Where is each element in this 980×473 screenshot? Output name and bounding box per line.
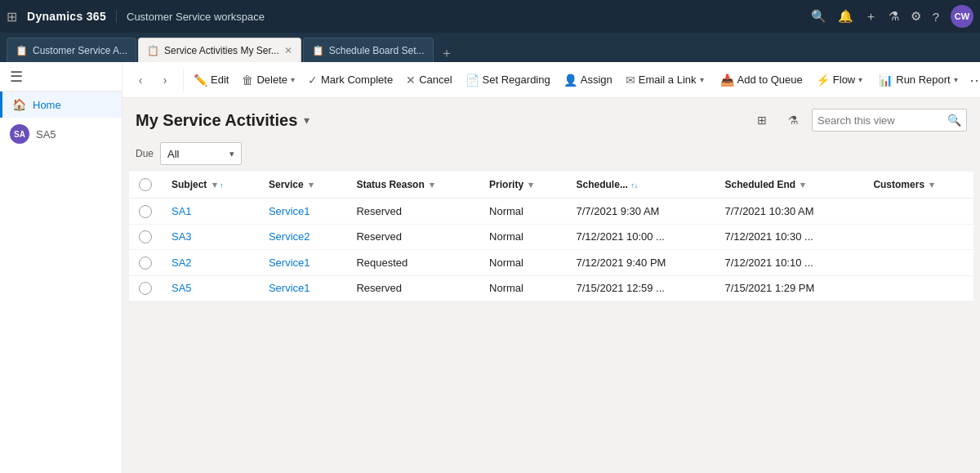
col-status-label: Status Reason [356, 179, 424, 190]
col-scheduled-end[interactable]: Scheduled End ▾ [715, 172, 863, 199]
row-select-cell-2[interactable] [129, 250, 162, 276]
set-regarding-button[interactable]: 📄 Set Regarding [459, 67, 557, 93]
delete-label: Delete [256, 74, 287, 86]
view-header-right: ⊞ ⚗ 🔍 [750, 108, 967, 132]
row-service-link-0[interactable]: Service1 [269, 205, 310, 217]
nav-forward-button[interactable]: › [154, 69, 176, 91]
avatar[interactable]: CW [951, 5, 973, 28]
email-chevron[interactable]: ▾ [700, 75, 704, 84]
row-service-link-2[interactable]: Service1 [269, 257, 310, 269]
row-subject-link-2[interactable]: SA2 [172, 257, 192, 269]
col-priority[interactable]: Priority ▾ [479, 172, 566, 199]
col-subject[interactable]: Subject ▾ ↑ [162, 172, 259, 199]
main-content: ‹ › ✏️ Edit 🗑 Delete ▾ ✓ Mark Complete ✕… [122, 62, 980, 473]
row-subject-link-3[interactable]: SA5 [172, 282, 192, 294]
filter-chevron-icon: ▾ [229, 149, 234, 159]
brand-label: Dynamics 365 [27, 10, 106, 23]
row-radio-3[interactable] [139, 282, 152, 295]
tab-customer-service[interactable]: 📋 Customer Service A... [7, 38, 136, 62]
sidebar-item-home[interactable]: 🏠 Home [0, 91, 122, 118]
filter-bar: Due All ▾ [122, 139, 980, 172]
col-customers[interactable]: Customers ▾ [863, 172, 973, 199]
report-chevron[interactable]: ▾ [954, 75, 958, 84]
chart-view-button[interactable]: ⊞ [750, 108, 774, 132]
delete-chevron[interactable]: ▾ [291, 75, 295, 84]
row-subject-2: SA2 [162, 250, 259, 276]
tab-cs-icon: 📋 [16, 45, 28, 56]
sidebar-avatar: SA [10, 124, 29, 144]
col-service-label: Service [269, 179, 304, 190]
edit-button[interactable]: ✏️ Edit [187, 67, 235, 93]
report-icon: 📊 [879, 74, 893, 87]
due-filter-select[interactable]: All ▾ [160, 142, 242, 165]
search-icon[interactable]: 🔍 [811, 9, 826, 24]
row-radio-1[interactable] [139, 230, 152, 243]
flow-button[interactable]: ⚡ Flow ▾ [809, 67, 869, 93]
row-subject-link-0[interactable]: SA1 [172, 205, 192, 217]
mark-complete-button[interactable]: ✓ Mark Complete [301, 67, 399, 93]
delete-button[interactable]: 🗑 Delete ▾ [235, 67, 301, 93]
nav-buttons: ‹ › [129, 69, 184, 91]
edit-icon: ✏️ [194, 74, 207, 87]
notifications-icon[interactable]: 🔔 [838, 9, 853, 24]
table-row: SA1 Service1 Reserved Normal 7/7/2021 9:… [129, 199, 973, 225]
nav-back-button[interactable]: ‹ [129, 69, 152, 91]
more-button[interactable]: ⋯ [964, 71, 980, 89]
sidebar-toggle[interactable]: ☰ [0, 62, 122, 91]
col-service[interactable]: Service ▾ [259, 172, 346, 199]
email-link-button[interactable]: ✉ Email a Link ▾ [619, 67, 710, 93]
help-icon[interactable]: ? [933, 10, 939, 24]
run-report-button[interactable]: 📊 Run Report ▾ [872, 67, 964, 93]
row-radio-0[interactable] [139, 205, 152, 218]
tab-sa-close-icon[interactable]: ✕ [284, 45, 292, 56]
search-submit-icon[interactable]: 🔍 [947, 114, 961, 127]
row-service-0: Service1 [259, 199, 346, 225]
assign-button[interactable]: 👤 Assign [557, 67, 619, 93]
apps-icon[interactable]: ⊞ [7, 9, 17, 25]
tab-service-activities[interactable]: 📋 Service Activities My Ser... ✕ [138, 38, 301, 62]
row-service-link-1[interactable]: Service2 [269, 230, 310, 243]
row-radio-2[interactable] [139, 257, 152, 270]
flow-chevron[interactable]: ▾ [858, 75, 862, 84]
row-service-link-3[interactable]: Service1 [269, 282, 310, 294]
email-link-label: Email a Link [639, 74, 697, 86]
add-queue-button[interactable]: 📥 Add to Queue [714, 67, 809, 93]
table-row: SA5 Service1 Reserved Normal 7/15/2021 1… [129, 275, 973, 301]
row-sched-start-3: 7/15/2021 12:59 ... [567, 275, 715, 301]
row-select-cell-1[interactable] [129, 224, 162, 250]
view-title-chevron-icon[interactable]: ▾ [304, 114, 310, 127]
priority-sort-icon: ▾ [528, 180, 533, 190]
filter-label: Due [136, 148, 154, 159]
row-service-3: Service1 [259, 275, 346, 301]
row-service-1: Service2 [259, 224, 346, 250]
row-subject-link-1[interactable]: SA3 [172, 230, 192, 243]
sched-sort-arrows: ↑↓ [630, 181, 638, 190]
col-priority-label: Priority [489, 179, 523, 190]
view-title: My Service Activities [136, 111, 297, 130]
search-box[interactable]: 🔍 [812, 109, 967, 132]
filter-view-button[interactable]: ⚗ [781, 108, 805, 132]
sidebar-user[interactable]: SA SA5 [0, 118, 122, 150]
tab-add-icon[interactable]: ＋ [435, 45, 458, 62]
col-sched-start-label: Schedule... [577, 179, 628, 190]
row-select-cell-3[interactable] [129, 275, 162, 301]
cancel-button[interactable]: ✕ Cancel [399, 67, 458, 93]
sidebar-username: SA5 [36, 128, 56, 141]
row-select-cell-0[interactable] [129, 199, 162, 225]
search-input[interactable] [817, 114, 944, 127]
assign-icon: 👤 [564, 74, 577, 87]
top-nav-right: 🔍 🔔 ＋ ⚗ ⚙ ? CW [811, 5, 973, 28]
set-regarding-icon: 📄 [466, 74, 479, 87]
col-select-all[interactable] [129, 172, 162, 199]
col-status-reason[interactable]: Status Reason ▾ [346, 172, 479, 199]
add-queue-label: Add to Queue [737, 74, 803, 86]
tab-schedule-board[interactable]: 📋 Schedule Board Set... [303, 38, 434, 62]
col-scheduled-start[interactable]: Schedule... ↑↓ [567, 172, 715, 199]
settings-icon[interactable]: ⚙ [911, 9, 921, 24]
filter-icon[interactable]: ⚗ [889, 9, 899, 24]
flow-label: Flow [833, 74, 855, 86]
add-icon[interactable]: ＋ [865, 9, 877, 25]
sidebar-item-home-label: Home [33, 99, 61, 111]
service-activities-table: Subject ▾ ↑ Service ▾ Status Reason ▾ [129, 172, 973, 301]
select-all-radio[interactable] [139, 178, 152, 191]
